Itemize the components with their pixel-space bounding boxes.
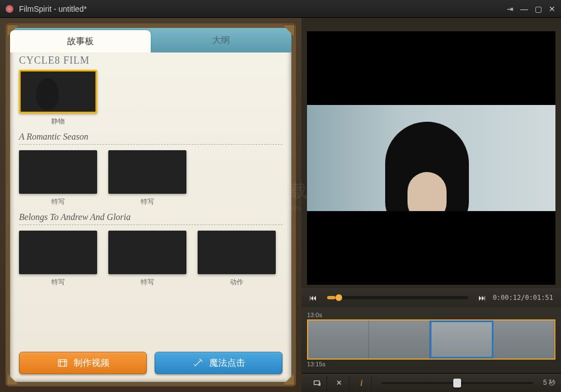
- clip-image: [19, 70, 97, 113]
- action-buttons: 制作视频 魔法点击: [10, 346, 291, 382]
- timeline-label-bottom: 13:15s: [307, 361, 555, 367]
- speed-knob[interactable]: [453, 379, 461, 388]
- info-button[interactable]: i: [352, 376, 372, 390]
- svg-rect-0: [58, 360, 66, 366]
- window-controls: ⇥ — ▢ ✕: [507, 4, 555, 13]
- seek-knob[interactable]: [335, 294, 342, 301]
- section-title: A Romantic Season: [19, 132, 282, 145]
- storyboard-scroll[interactable]: CYCLE8 FILM 静物 A Romantic Season 特写: [10, 52, 291, 346]
- close-icon[interactable]: ✕: [549, 4, 555, 13]
- video-preview[interactable]: [307, 105, 555, 211]
- speed-slider[interactable]: [382, 382, 533, 384]
- svg-rect-1: [314, 381, 319, 385]
- clip-thumb[interactable]: 特写: [108, 150, 186, 207]
- storyboard-board: 故事板 大纲 CYCLE8 FILM 静物 A Romantic Season …: [6, 23, 296, 386]
- main: 故事板 大纲 CYCLE8 FILM 静物 A Romantic Season …: [0, 18, 561, 392]
- timeline-frame[interactable]: [493, 321, 554, 358]
- make-video-label: 制作视频: [74, 357, 109, 369]
- clip-image: [19, 231, 97, 274]
- timeline-frame-selected[interactable]: [430, 321, 493, 358]
- tab-storyboard[interactable]: 故事板: [10, 30, 151, 52]
- prev-frame-button[interactable]: ⏮: [309, 293, 317, 302]
- thumb-row: 静物: [19, 70, 282, 126]
- delete-button[interactable]: ✕: [329, 376, 349, 390]
- clip-thumb[interactable]: 特写: [108, 231, 186, 287]
- crop-button[interactable]: [307, 376, 327, 390]
- bottom-toolbar: ✕ i 5 秒: [301, 373, 561, 392]
- clip-caption: 特写: [51, 278, 65, 287]
- crop-icon: [313, 379, 322, 388]
- seek-slider[interactable]: [327, 296, 468, 299]
- timeline: 13:0s 13:15s: [301, 307, 561, 373]
- tab-bar: 故事板 大纲: [10, 28, 291, 52]
- film-icon: [57, 357, 68, 369]
- clip-thumb[interactable]: 动作: [198, 231, 276, 287]
- clip-caption: 特写: [51, 197, 65, 207]
- timeline-label-top: 13:0s: [307, 312, 555, 318]
- titlebar: FilmSpirit - untitled* ⇥ — ▢ ✕: [0, 0, 561, 18]
- player-controls: ⏮ ⏭ 0:00:12/0:01:51: [301, 288, 561, 307]
- clip-thumb[interactable]: 静物: [19, 70, 97, 126]
- thumb-row: 特写 特写: [19, 150, 282, 207]
- clip-caption: 动作: [230, 278, 243, 287]
- brand-label: CYCLE8 FILM: [19, 55, 282, 66]
- wand-icon: [193, 357, 204, 369]
- clip-image: [108, 150, 186, 194]
- minimize-icon[interactable]: —: [520, 4, 528, 13]
- section-title: Belongs To Andrew And Gloria: [19, 212, 282, 225]
- thumb-row: 特写 特写 动作: [19, 231, 282, 287]
- preview-area: [307, 31, 555, 285]
- magic-click-button[interactable]: 魔法点击: [155, 352, 282, 374]
- left-panel: 故事板 大纲 CYCLE8 FILM 静物 A Romantic Season …: [0, 18, 301, 392]
- timeline-frame[interactable]: [369, 321, 430, 358]
- speed-label: 5 秒: [543, 378, 555, 388]
- clip-caption: 特写: [141, 197, 154, 207]
- time-display: 0:00:12/0:01:51: [493, 294, 553, 302]
- magic-click-label: 魔法点击: [209, 357, 245, 369]
- make-video-button[interactable]: 制作视频: [19, 352, 147, 374]
- next-frame-button[interactable]: ⏭: [478, 293, 486, 302]
- seek-fill: [327, 296, 335, 299]
- clip-thumb[interactable]: 特写: [19, 231, 97, 287]
- window-title: FilmSpirit - untitled*: [19, 4, 87, 13]
- timeline-frame[interactable]: [308, 321, 369, 358]
- clip-image: [19, 150, 97, 194]
- clip-image: [108, 231, 186, 274]
- clip-image: [198, 231, 276, 274]
- app-icon: [6, 5, 13, 13]
- dock-icon[interactable]: ⇥: [507, 4, 514, 13]
- clip-caption: 静物: [51, 117, 65, 126]
- clip-thumb[interactable]: 特写: [19, 150, 97, 207]
- tab-outline[interactable]: 大纲: [151, 28, 291, 52]
- filmstrip[interactable]: [307, 319, 555, 360]
- right-panel: ⏮ ⏭ 0:00:12/0:01:51 13:0s 13:15s ✕ i: [301, 18, 561, 392]
- clip-caption: 特写: [141, 278, 154, 287]
- maximize-icon[interactable]: ▢: [535, 4, 542, 13]
